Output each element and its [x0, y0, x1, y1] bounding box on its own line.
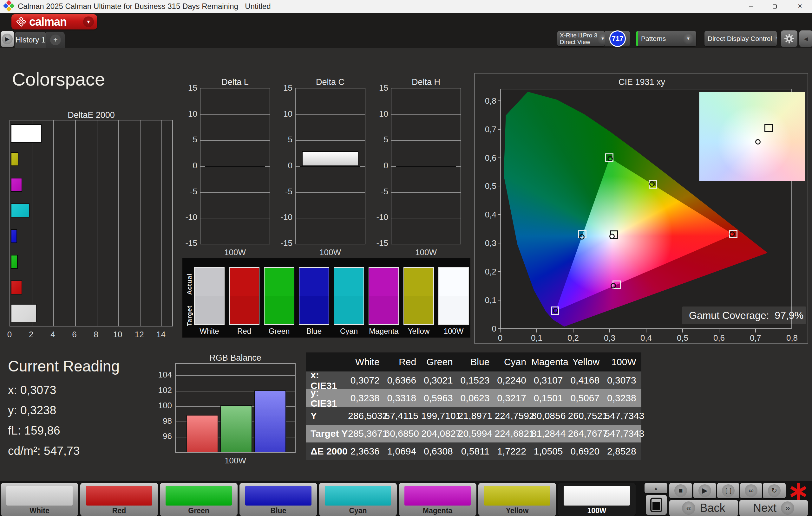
tab-history-1[interactable]: History 1: [14, 32, 46, 48]
calman-menu-button[interactable]: calman ▼: [11, 14, 97, 29]
minimize-button[interactable]: –: [742, 0, 760, 13]
stop-button[interactable]: ■: [669, 483, 692, 498]
rgb-y-tick: 104: [154, 370, 172, 380]
pattern-button-yellow[interactable]: Yellow: [478, 483, 556, 516]
range-button[interactable]: [··]: [717, 483, 740, 498]
tick-mark: [682, 329, 683, 332]
swatch-target: [230, 296, 259, 324]
pattern-window-button[interactable]: [646, 495, 667, 515]
meter-dropdown[interactable]: X-Rite i1Pro 3 Direct View ▼: [557, 31, 605, 46]
patterns-dropdown[interactable]: Patterns ▼: [636, 31, 696, 46]
y-tick-label: 15: [181, 83, 197, 93]
display-control-dropdown[interactable]: Direct Display Control ▼: [704, 31, 777, 46]
swatch-actual: [404, 268, 433, 296]
cie-x-tick: 0,4: [637, 333, 656, 343]
table-cell: 0,5067: [568, 393, 605, 403]
table-cell: 224,7592: [494, 411, 531, 421]
x-tick-label: 14: [156, 330, 166, 339]
tick-mark: [719, 329, 719, 332]
pattern-swatch: [6, 486, 72, 506]
tick-mark: [498, 271, 501, 272]
table-cell: 0,4168: [568, 375, 605, 386]
stop-icon: ■: [674, 484, 687, 497]
meter-count-badge[interactable]: 717: [605, 31, 630, 46]
back-button[interactable]: « Back: [669, 500, 738, 516]
swatch-target: [439, 296, 468, 324]
row-label: ΔE 2000: [306, 446, 348, 457]
gamut-coverage-label: Gamut Coverage:: [689, 310, 769, 321]
cie-y-tick: 0,7: [478, 125, 496, 134]
pattern-button-white[interactable]: White: [1, 483, 78, 516]
bar-red: [186, 415, 218, 452]
pattern-window-up-button[interactable]: ▲: [644, 483, 667, 493]
y-tick-label: -5: [372, 187, 388, 196]
rgb-y-tick: 98: [154, 416, 172, 426]
pattern-button-magenta[interactable]: Magenta: [399, 483, 476, 516]
maximize-icon: [773, 4, 777, 8]
row-label: y: CIE31: [306, 387, 348, 409]
gridline: [53, 120, 54, 326]
delta_c-chart: [295, 88, 366, 244]
pattern-button-green[interactable]: Green: [160, 483, 238, 516]
y-tick-label: 15: [372, 83, 388, 93]
swatch-red: [229, 267, 259, 325]
table-cell: 0,3238: [605, 393, 641, 403]
gridline: [296, 192, 365, 193]
add-tab-button[interactable]: +: [46, 32, 65, 48]
y-tick-label: 10: [372, 109, 388, 119]
delta_h-title: Delta H: [391, 77, 461, 87]
cie-x-tick: 0,7: [746, 333, 765, 343]
window-title: Calman 2025 Calman Ultimate for Business…: [18, 0, 271, 13]
x-axis-label: 100W: [391, 247, 461, 257]
pattern-label: Green: [160, 507, 238, 515]
column-header-green: Green: [421, 357, 458, 367]
y-tick-label: -15: [181, 238, 197, 248]
gridline: [75, 120, 76, 326]
pattern-button-red[interactable]: Red: [80, 483, 158, 516]
play-button[interactable]: ▶: [693, 483, 716, 498]
refresh-button[interactable]: ↻: [763, 483, 786, 498]
y-tick-label: 10: [276, 109, 292, 119]
tick-mark: [646, 329, 646, 332]
red-measured-marker: [729, 232, 735, 237]
display-control-label: Direct Display Control: [704, 35, 772, 42]
x-tick-label: 6: [72, 330, 77, 339]
pattern-label: 100W: [558, 507, 636, 515]
delta-bar: [302, 151, 358, 166]
table-cell: 0,3107: [531, 375, 568, 386]
settings-button[interactable]: [781, 30, 798, 47]
table-cell: 264,7677: [568, 428, 605, 439]
table-row: Target Y285,367160,6850204,082720,599422…: [306, 425, 641, 443]
next-button[interactable]: Next »: [740, 500, 808, 516]
rgb-balance-x-label: 100W: [175, 456, 296, 465]
workflow-nav-button[interactable]: ▶: [1, 31, 14, 47]
gridline: [392, 114, 461, 115]
collapse-panel-button[interactable]: ◀: [799, 30, 812, 47]
calman-logo-text: calman: [29, 15, 67, 29]
column-header-blue: Blue: [458, 357, 495, 367]
pattern-swatch: [245, 486, 312, 506]
tick-mark: [792, 329, 792, 332]
close-button[interactable]: ×: [791, 0, 809, 13]
pattern-swatch: [404, 486, 471, 506]
table-cell: 0,0623: [458, 393, 495, 403]
pattern-button-cyan[interactable]: Cyan: [319, 483, 397, 516]
table-cell: 20,5994: [458, 428, 495, 439]
pattern-button-100w[interactable]: 100W: [558, 483, 636, 516]
tick-mark: [500, 329, 500, 332]
column-header-red: Red: [385, 357, 422, 367]
whitepoint-target-marker: [764, 124, 773, 132]
y-tick-label: -10: [276, 212, 292, 222]
loop-button[interactable]: ∞: [740, 483, 762, 498]
gridline: [97, 120, 97, 326]
swatch-target: [195, 296, 224, 324]
pattern-button-blue[interactable]: Blue: [239, 483, 317, 516]
bar-green: [11, 255, 18, 269]
maximize-button[interactable]: [766, 0, 783, 13]
bar-100w: [11, 124, 41, 143]
pattern-label: Blue: [239, 507, 317, 515]
bar-blue: [11, 229, 17, 243]
tick-mark: [498, 100, 501, 101]
alert-asterisk-icon[interactable]: [789, 482, 808, 501]
swatch-actual: [369, 268, 398, 296]
